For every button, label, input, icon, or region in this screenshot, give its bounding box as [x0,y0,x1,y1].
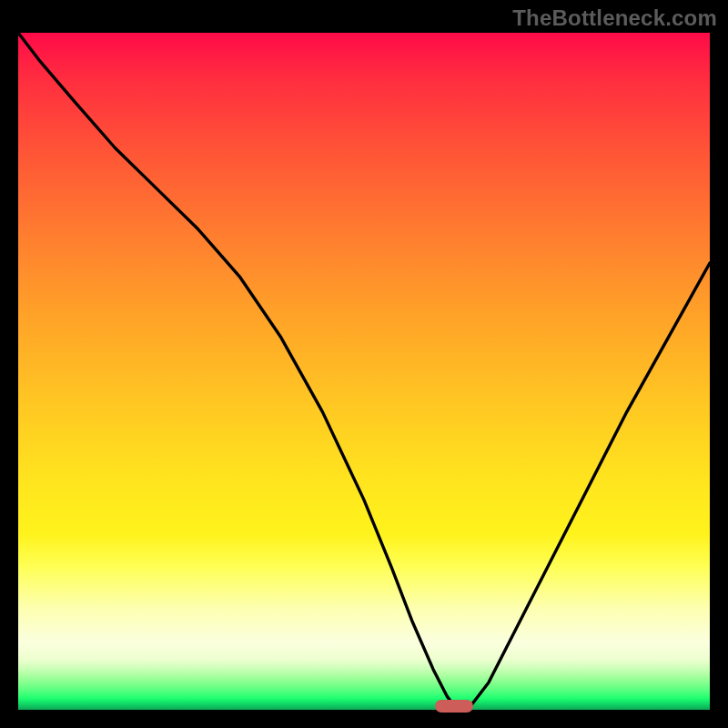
chart-frame: TheBottleneck.com [0,0,728,728]
watermark-text: TheBottleneck.com [512,5,717,31]
bottleneck-curve [18,33,710,710]
optimal-marker [435,700,473,713]
plot-area [18,33,710,710]
curve-path [18,33,710,710]
